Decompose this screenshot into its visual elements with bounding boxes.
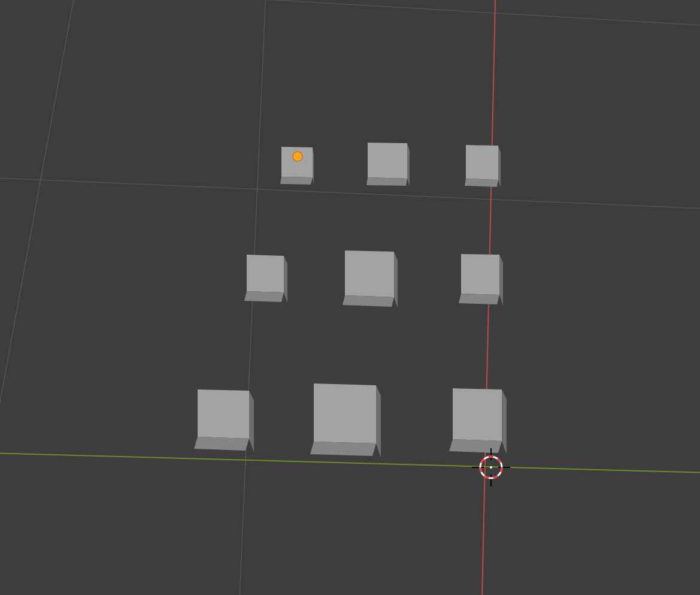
svg-marker-13 <box>247 255 284 292</box>
svg-marker-22 <box>198 389 249 439</box>
svg-marker-20 <box>459 294 499 304</box>
svg-marker-26 <box>310 442 376 456</box>
cube-front-left[interactable] <box>194 389 254 452</box>
viewport-scene[interactable] <box>0 0 700 595</box>
cube-back-center[interactable] <box>366 143 410 186</box>
3d-viewport[interactable] <box>0 0 700 595</box>
cube-front-center[interactable] <box>310 383 381 458</box>
cube-mid-center[interactable] <box>343 250 398 308</box>
svg-marker-7 <box>368 143 407 179</box>
svg-marker-10 <box>466 145 498 180</box>
svg-marker-25 <box>314 383 376 443</box>
cube-mid-right[interactable] <box>459 254 503 306</box>
svg-marker-16 <box>345 250 394 297</box>
svg-marker-28 <box>453 388 502 441</box>
svg-marker-14 <box>244 291 284 302</box>
svg-marker-23 <box>194 437 249 451</box>
svg-marker-11 <box>465 179 498 187</box>
svg-marker-19 <box>461 254 499 295</box>
cube-front-right[interactable] <box>449 388 507 455</box>
svg-point-31 <box>293 152 302 161</box>
object-origin-indicator <box>293 152 302 161</box>
svg-marker-29 <box>449 439 502 453</box>
cube-mid-left[interactable] <box>244 255 287 303</box>
svg-point-38 <box>490 466 492 469</box>
svg-marker-8 <box>366 177 407 186</box>
svg-marker-5 <box>280 177 313 185</box>
svg-marker-17 <box>343 295 394 307</box>
cube-back-right[interactable] <box>465 145 501 188</box>
